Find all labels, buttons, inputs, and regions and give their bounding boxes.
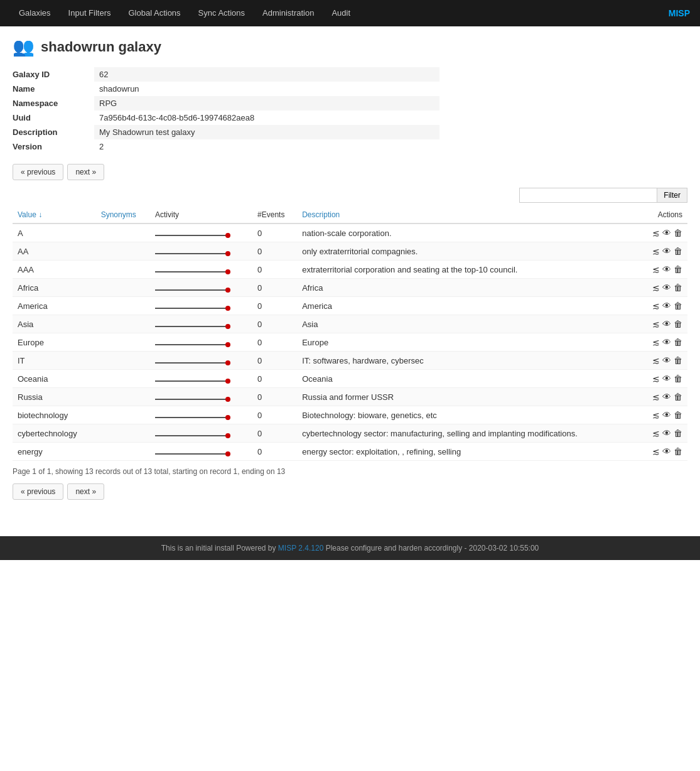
- cell-value: AA: [13, 242, 96, 261]
- share-icon[interactable]: ≲: [652, 428, 660, 438]
- share-icon[interactable]: ≲: [652, 446, 660, 456]
- share-icon[interactable]: ≲: [652, 228, 660, 238]
- nav-sync-actions[interactable]: Sync Actions: [190, 0, 254, 26]
- share-icon[interactable]: ≲: [652, 283, 660, 293]
- cell-synonyms: [96, 406, 150, 424]
- col-actions: Actions: [639, 207, 687, 224]
- share-icon[interactable]: ≲: [652, 246, 660, 256]
- cell-description: energy sector: exploitation, , refining,…: [297, 443, 639, 461]
- info-value: RPG: [94, 96, 439, 111]
- share-icon[interactable]: ≲: [652, 301, 660, 311]
- delete-icon[interactable]: 🗑: [674, 355, 682, 365]
- cell-activity: [150, 443, 252, 461]
- cell-description: nation-scale corporation.: [297, 224, 639, 242]
- prev-button-bottom[interactable]: « previous: [13, 483, 63, 500]
- nav-audit[interactable]: Audit: [323, 0, 359, 26]
- table-row: Europe 0 Europe ≲ 👁 🗑: [13, 333, 687, 352]
- view-icon[interactable]: 👁: [662, 446, 671, 456]
- cell-value: Russia: [13, 388, 96, 406]
- share-icon[interactable]: ≲: [652, 355, 660, 365]
- delete-icon[interactable]: 🗑: [674, 283, 682, 293]
- share-icon[interactable]: ≲: [652, 410, 660, 420]
- view-icon[interactable]: 👁: [662, 264, 671, 274]
- view-icon[interactable]: 👁: [662, 428, 671, 438]
- nav-galaxies[interactable]: Galaxies: [10, 0, 60, 26]
- footer-text-before: This is an initial install Powered by: [161, 544, 278, 553]
- pagination-top: « previous next »: [13, 164, 687, 180]
- view-icon[interactable]: 👁: [662, 228, 671, 238]
- cell-activity: [150, 388, 252, 406]
- delete-icon[interactable]: 🗑: [674, 446, 682, 456]
- view-icon[interactable]: 👁: [662, 374, 671, 384]
- share-icon[interactable]: ≲: [652, 392, 660, 402]
- nav-global-actions[interactable]: Global Actions: [120, 0, 190, 26]
- delete-icon[interactable]: 🗑: [674, 264, 682, 274]
- nav-administration[interactable]: Administration: [254, 0, 323, 26]
- cell-actions: ≲ 👁 🗑: [639, 261, 687, 279]
- cell-activity: [150, 352, 252, 370]
- cell-synonyms: [96, 224, 150, 242]
- delete-icon[interactable]: 🗑: [674, 428, 682, 438]
- cell-actions: ≲ 👁 🗑: [639, 224, 687, 242]
- view-icon[interactable]: 👁: [662, 301, 671, 311]
- cell-actions: ≲ 👁 🗑: [639, 370, 687, 388]
- table-row: Oceania 0 Oceania ≲ 👁 🗑: [13, 370, 687, 388]
- cell-synonyms: [96, 370, 150, 388]
- cell-activity: [150, 406, 252, 424]
- info-value: 7a956b4d-613c-4c08-b5d6-19974682aea8: [94, 111, 439, 125]
- delete-icon[interactable]: 🗑: [674, 374, 682, 384]
- info-value: shadowrun: [94, 82, 439, 96]
- cell-description: Biotechnology: bioware, genetics, etc: [297, 406, 639, 424]
- table-row: energy 0 energy sector: exploitation, , …: [13, 443, 687, 461]
- cell-actions: ≲ 👁 🗑: [639, 406, 687, 424]
- share-icon[interactable]: ≲: [652, 319, 660, 329]
- navbar: Galaxies Input Filters Global Actions Sy…: [0, 0, 700, 26]
- cell-value: energy: [13, 443, 96, 461]
- delete-icon[interactable]: 🗑: [674, 301, 682, 311]
- cell-actions: ≲ 👁 🗑: [639, 242, 687, 261]
- cell-description: America: [297, 297, 639, 315]
- share-icon[interactable]: ≲: [652, 264, 660, 274]
- delete-icon[interactable]: 🗑: [674, 228, 682, 238]
- view-icon[interactable]: 👁: [662, 283, 671, 293]
- cell-description: Asia: [297, 315, 639, 333]
- delete-icon[interactable]: 🗑: [674, 392, 682, 402]
- filter-input[interactable]: [519, 188, 657, 203]
- view-icon[interactable]: 👁: [662, 246, 671, 256]
- cell-actions: ≲ 👁 🗑: [639, 424, 687, 443]
- view-icon[interactable]: 👁: [662, 410, 671, 420]
- cell-events: 0: [252, 352, 297, 370]
- cell-actions: ≲ 👁 🗑: [639, 315, 687, 333]
- view-icon[interactable]: 👁: [662, 319, 671, 329]
- share-icon[interactable]: ≲: [652, 374, 660, 384]
- delete-icon[interactable]: 🗑: [674, 410, 682, 420]
- cell-synonyms: [96, 424, 150, 443]
- footer-misp-link[interactable]: MISP 2.4.120: [278, 544, 324, 553]
- next-button-bottom[interactable]: next »: [67, 483, 104, 500]
- delete-icon[interactable]: 🗑: [674, 246, 682, 256]
- nav-input-filters[interactable]: Input Filters: [60, 0, 120, 26]
- filter-button[interactable]: Filter: [657, 188, 687, 203]
- table-row: America 0 America ≲ 👁 🗑: [13, 297, 687, 315]
- share-icon[interactable]: ≲: [652, 337, 660, 347]
- cell-activity: [150, 242, 252, 261]
- info-row: Uuid 7a956b4d-613c-4c08-b5d6-19974682aea…: [13, 111, 439, 125]
- cell-events: 0: [252, 424, 297, 443]
- view-icon[interactable]: 👁: [662, 355, 671, 365]
- view-icon[interactable]: 👁: [662, 337, 671, 347]
- delete-icon[interactable]: 🗑: [674, 337, 682, 347]
- cell-description: Russia and former USSR: [297, 388, 639, 406]
- cell-description: cybertechnology sector: manufacturing, s…: [297, 424, 639, 443]
- col-description: Description: [297, 207, 639, 224]
- delete-icon[interactable]: 🗑: [674, 319, 682, 329]
- brand-logo[interactable]: MISP: [669, 8, 690, 18]
- cell-events: 0: [252, 242, 297, 261]
- prev-button-top[interactable]: « previous: [13, 164, 63, 180]
- view-icon[interactable]: 👁: [662, 392, 671, 402]
- table-row: Asia 0 Asia ≲ 👁 🗑: [13, 315, 687, 333]
- cell-value: America: [13, 297, 96, 315]
- next-button-top[interactable]: next »: [67, 164, 104, 180]
- cell-description: IT: softwares, hardware, cybersec: [297, 352, 639, 370]
- cell-value: AAA: [13, 261, 96, 279]
- table-row: cybertechnology 0 cybertechnology sector…: [13, 424, 687, 443]
